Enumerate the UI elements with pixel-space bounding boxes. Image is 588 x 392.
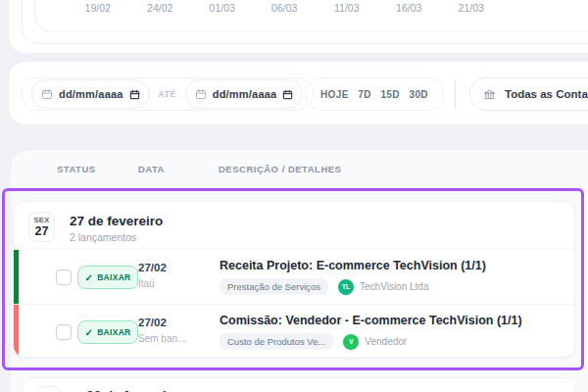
column-header-status: STATUS	[57, 164, 96, 174]
day-group-header: SEX 27 27 de fevereiro 2 lançamentos	[14, 202, 574, 249]
column-header-date: DATA	[138, 164, 165, 174]
row-date: 27/02	[138, 262, 167, 273]
day-group-card: SEX 27 27 de fevereiro 2 lançamentos ✓ B…	[13, 201, 575, 358]
quick-range-group: HOJE 7D 15D 30D	[305, 77, 444, 111]
day-badge-number: 27	[35, 225, 49, 238]
baixar-button[interactable]: ✓ BAIXAR	[77, 320, 138, 344]
baixar-button-label: BAIXAR	[97, 272, 130, 282]
contact-avatar: TL	[338, 279, 354, 295]
date-range-group: dd/mm/aaaa ATÉ dd/mm/aaaa	[21, 77, 314, 111]
row-checkbox[interactable]	[56, 270, 72, 285]
contact-name: TechVision Ltda	[360, 281, 428, 292]
contact-avatar: V	[343, 334, 359, 350]
row-checkbox[interactable]	[56, 324, 72, 340]
app-screen: 19/02 24/02 01/03 06/03 11/03 16/03 21/0…	[0, 0, 588, 392]
row-tags: Custo de Produtos Ve... V Vendedor	[220, 333, 407, 350]
axis-tick: 19/02	[67, 2, 129, 14]
check-icon: ✓	[84, 272, 93, 283]
range-15d-button[interactable]: 15D	[380, 89, 400, 100]
row-description: Receita Projeto: E-commerce TechVision (…	[220, 259, 486, 272]
filter-bar: dd/mm/aaaa ATÉ dd/mm/aaaa HOJE 7D 15D 30…	[8, 61, 588, 125]
filter-divider	[455, 79, 456, 109]
date-to-placeholder: dd/mm/aaaa	[213, 88, 277, 100]
category-tag: Prestação de Serviços	[220, 278, 328, 295]
row-accent-income	[14, 250, 19, 304]
day-badge-weekday: SEX	[33, 216, 49, 224]
range-30d-button[interactable]: 30D	[409, 89, 428, 100]
day-group-title: 27 de fevereiro	[70, 214, 163, 228]
date-from-input[interactable]: dd/mm/aaaa	[31, 79, 150, 109]
transaction-row[interactable]: ✓ BAIXAR 27/02 Itaú Receita Projeto: E-c…	[14, 249, 574, 304]
range-hoje-button[interactable]: HOJE	[320, 89, 349, 100]
row-account: Itaú	[138, 278, 155, 289]
baixar-button[interactable]: ✓ BAIXAR	[77, 266, 138, 289]
day-badge: QUI	[35, 386, 62, 392]
chart-x-axis: 19/02 24/02 01/03 06/03 11/03 16/03 21/0…	[34, 2, 503, 14]
contact-name: Vendedor	[365, 336, 407, 347]
row-description: Comissão: Vendedor - E-commerce TechVisi…	[220, 314, 522, 327]
day-badge: SEX 27	[28, 212, 55, 242]
axis-tick: 01/03	[191, 2, 254, 14]
day-group-count: 2 lançamentos	[70, 231, 136, 243]
date-picker-icon[interactable]	[129, 89, 140, 100]
accounts-dropdown-label: Todas as Contas	[505, 88, 588, 100]
accounts-dropdown[interactable]: Todas as Contas	[469, 77, 588, 111]
date-from-placeholder: dd/mm/aaaa	[59, 88, 123, 100]
day-group-card-next: QUI 26 de fevereiro	[22, 377, 575, 392]
calendar-icon	[41, 88, 53, 100]
date-picker-icon[interactable]	[282, 89, 293, 100]
axis-tick: 21/03	[440, 2, 503, 14]
axis-tick: 06/03	[254, 2, 317, 14]
bank-icon	[483, 88, 496, 101]
date-range-separator: ATÉ	[159, 89, 176, 99]
axis-tick: 24/02	[129, 2, 192, 14]
axis-tick: 11/03	[316, 2, 378, 14]
row-account: Sem ban...	[138, 333, 185, 344]
day-group-title: 26 de fevereiro	[86, 388, 179, 392]
date-to-input[interactable]: dd/mm/aaaa	[185, 79, 304, 109]
column-header-description: DESCRIÇÃO / DETALHES	[219, 164, 341, 174]
row-date: 27/02	[138, 317, 167, 328]
row-tags: Prestação de Serviços TL TechVision Ltda	[220, 278, 428, 295]
contact: V Vendedor	[343, 334, 407, 350]
baixar-button-label: BAIXAR	[97, 327, 130, 337]
row-accent-expense	[14, 305, 19, 358]
check-icon: ✓	[84, 327, 93, 338]
contact: TL TechVision Ltda	[338, 279, 428, 295]
category-tag: Custo de Produtos Ve...	[220, 333, 333, 350]
calendar-icon	[195, 88, 207, 100]
transaction-row[interactable]: ✓ BAIXAR 27/02 Sem ban... Comissão: Vend…	[14, 304, 574, 358]
axis-tick: 16/03	[378, 2, 441, 14]
range-7d-button[interactable]: 7D	[358, 89, 371, 100]
